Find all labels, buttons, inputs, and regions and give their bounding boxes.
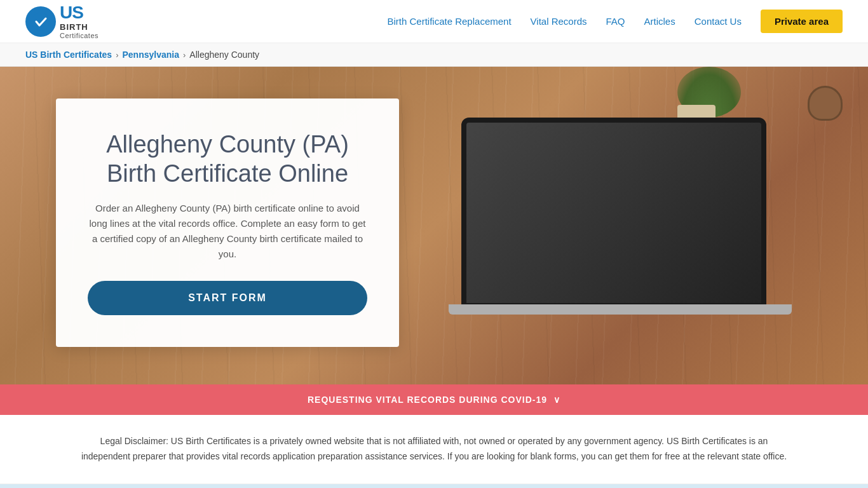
disclaimer-text: Legal Disclaimer: US Birth Certificates … — [76, 434, 792, 464]
svg-rect-14 — [705, 227, 724, 236]
svg-rect-31 — [667, 250, 755, 259]
svg-rect-6 — [527, 227, 546, 236]
laptop-base — [449, 304, 792, 315]
breadcrumb-state[interactable]: Pennsylvania — [123, 50, 180, 60]
hero-title: Allegheny County (PA) Birth Certificate … — [88, 130, 367, 188]
svg-rect-1 — [466, 123, 761, 303]
svg-rect-19 — [555, 239, 574, 248]
private-area-button[interactable]: Private area — [761, 10, 843, 33]
nav-faq[interactable]: FAQ — [606, 16, 625, 27]
logo-text: US BIRTH Certificates — [60, 3, 98, 39]
svg-rect-30 — [644, 250, 663, 259]
svg-rect-10 — [616, 227, 635, 236]
logo-us: US — [60, 3, 98, 23]
svg-rect-15 — [727, 227, 755, 236]
footer-strip — [0, 484, 868, 488]
hero-description: Order an Allegheny County (PA) birth cer… — [88, 201, 367, 262]
breadcrumb-sep2: › — [183, 50, 186, 60]
breadcrumb-home[interactable]: US Birth Certificates — [25, 50, 112, 60]
svg-rect-3 — [479, 224, 749, 262]
svg-rect-13 — [682, 227, 702, 236]
main-nav: Birth Certificate Replacement Vital Reco… — [387, 10, 843, 33]
start-form-button[interactable]: START FORM — [88, 281, 367, 315]
hero-section: Allegheny County (PA) Birth Certificate … — [0, 67, 868, 384]
logo-icon — [25, 6, 56, 37]
svg-rect-16 — [482, 239, 508, 248]
svg-rect-27 — [482, 250, 597, 259]
breadcrumb: US Birth Certificates › Pennsylvania › A… — [0, 43, 868, 67]
svg-rect-12 — [660, 227, 679, 236]
svg-rect-28 — [600, 250, 619, 259]
svg-rect-22 — [622, 239, 641, 248]
nav-vital-records[interactable]: Vital Records — [531, 16, 587, 27]
laptop-screen — [461, 118, 766, 308]
breadcrumb-sep1: › — [116, 50, 118, 60]
nav-contact[interactable]: Contact Us — [695, 16, 742, 27]
svg-rect-2 — [473, 129, 755, 281]
logo[interactable]: US BIRTH Certificates — [25, 3, 98, 39]
svg-rect-11 — [638, 227, 657, 236]
svg-rect-9 — [593, 227, 613, 236]
svg-rect-20 — [578, 239, 597, 248]
svg-rect-29 — [622, 250, 641, 259]
svg-rect-7 — [549, 227, 568, 236]
svg-rect-25 — [689, 239, 708, 248]
svg-rect-4 — [482, 227, 501, 236]
laptop-image — [423, 92, 817, 359]
header: US BIRTH Certificates Birth Certificate … — [0, 0, 868, 43]
logo-certs: Certificates — [60, 32, 98, 39]
svg-rect-8 — [571, 227, 590, 236]
svg-rect-23 — [644, 239, 663, 248]
svg-rect-21 — [600, 239, 619, 248]
svg-rect-26 — [711, 239, 755, 248]
breadcrumb-current: Allegheny County — [189, 50, 259, 60]
nav-articles[interactable]: Articles — [644, 16, 675, 27]
svg-rect-5 — [505, 227, 524, 236]
covid-banner-text: REQUESTING VITAL RECORDS DURING COVID-19 — [308, 395, 547, 405]
disclaimer-section: Legal Disclaimer: US Birth Certificates … — [0, 415, 868, 484]
svg-rect-24 — [667, 239, 686, 248]
svg-point-0 — [32, 13, 50, 30]
hero-card: Allegheny County (PA) Birth Certificate … — [56, 98, 399, 347]
covid-banner[interactable]: REQUESTING VITAL RECORDS DURING COVID-19… — [0, 384, 868, 415]
svg-rect-18 — [533, 239, 552, 248]
chevron-down-icon: ∨ — [553, 395, 560, 405]
svg-rect-17 — [511, 239, 530, 248]
logo-birth: BIRTH — [60, 23, 98, 32]
nav-birth-cert[interactable]: Birth Certificate Replacement — [387, 16, 511, 27]
